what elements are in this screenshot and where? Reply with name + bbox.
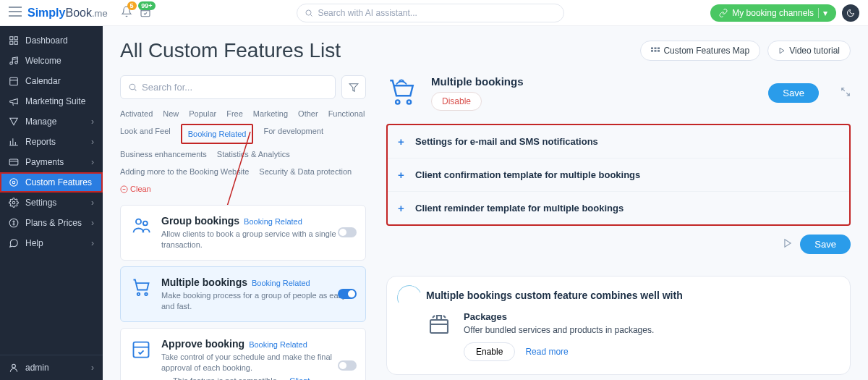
chevron-right-icon: ›	[91, 137, 94, 147]
calendar-icon	[131, 337, 153, 380]
svg-rect-8	[10, 77, 18, 85]
svg-point-11	[10, 179, 18, 187]
sidebar-item-calendar[interactable]: Calendar	[0, 71, 103, 91]
calendar-check-icon[interactable]: 99+	[140, 6, 151, 20]
feature-desc: Allow clients to book a group service wi…	[161, 229, 355, 251]
sidebar-item-marketing[interactable]: Marketing Suite	[0, 91, 103, 111]
combines-well-card: Multiple bookings custom feature combine…	[386, 276, 851, 375]
feature-tag: Booking Related	[244, 217, 302, 226]
feature-card-group-bookings[interactable]: Group bookingsBooking Related Allow clie…	[120, 205, 366, 261]
ai-search-placeholder: Search with AI assistant...	[318, 8, 417, 18]
svg-rect-30	[134, 342, 149, 357]
sidebar: Dashboard Welcome Calendar Marketing Sui…	[0, 26, 103, 380]
sidebar-item-help[interactable]: Help›	[0, 233, 103, 253]
sidebar-item-plans[interactable]: Plans & Prices›	[0, 213, 103, 233]
toggle[interactable]	[338, 227, 357, 237]
features-map-button[interactable]: Custom Features Map	[640, 41, 760, 61]
feature-desc: Make booking process for a group of peop…	[161, 290, 355, 313]
theme-toggle[interactable]	[842, 4, 859, 22]
toggle[interactable]	[338, 289, 357, 299]
svg-marker-34	[785, 239, 791, 247]
tag-security[interactable]: Security & Data protection	[259, 164, 352, 179]
tag-functional[interactable]: Functional	[328, 106, 365, 121]
settings-sections: +Settings for e-mail and SMS notificatio…	[386, 124, 851, 226]
section-reminder-template[interactable]: +Client reminder template for multiple b…	[388, 192, 849, 224]
svg-point-33	[407, 100, 411, 104]
sidebar-item-settings[interactable]: Settings›	[0, 193, 103, 213]
toggle[interactable]	[338, 360, 357, 371]
svg-rect-3	[14, 37, 17, 40]
combine-item-title: Packages	[464, 311, 654, 322]
section-confirmation-template[interactable]: +Client confirmation template for multip…	[388, 159, 849, 192]
feature-desc: Take control of your schedule and make t…	[161, 352, 355, 374]
disable-button[interactable]: Disable	[431, 92, 482, 111]
tag-stats[interactable]: Statistics & Analytics	[217, 147, 290, 161]
sidebar-admin[interactable]: admin›	[0, 355, 103, 380]
detail-title: Multiple bookings	[431, 75, 524, 88]
feature-tag: Booking Related	[249, 340, 307, 349]
sidebar-item-manage[interactable]: Manage›	[0, 111, 103, 132]
tag-adding[interactable]: Adding more to the Booking Website	[120, 164, 249, 179]
warning-link[interactable]: Client Rescheduling	[289, 376, 355, 380]
tag-booking-related[interactable]: Booking Related	[181, 124, 254, 144]
tag-marketing[interactable]: Marketing	[253, 106, 288, 121]
tag-activated[interactable]: Activated	[120, 106, 153, 121]
svg-point-22	[129, 84, 135, 90]
section-email-sms[interactable]: +Settings for e-mail and SMS notificatio…	[388, 125, 849, 159]
svg-rect-16	[655, 48, 657, 49]
sidebar-item-welcome[interactable]: Welcome	[0, 51, 103, 71]
feature-card-multiple-bookings[interactable]: Multiple bookingsBooking Related Make bo…	[120, 266, 366, 322]
booking-channels-button[interactable]: My booking channels ▾	[710, 4, 836, 22]
feature-tag: Booking Related	[252, 279, 310, 287]
menu-toggle[interactable]	[9, 7, 22, 20]
cart-icon	[131, 276, 153, 313]
read-more-link[interactable]: Read more	[525, 347, 568, 357]
notifications-icon[interactable]: 5	[121, 6, 132, 20]
tag-clean[interactable]: Clean	[120, 182, 151, 196]
svg-point-7	[15, 62, 18, 64]
ai-search-input[interactable]: Search with AI assistant...	[297, 4, 564, 22]
feature-search-input[interactable]: Search for...	[120, 75, 336, 99]
cart-icon	[386, 77, 417, 110]
svg-point-29	[145, 292, 148, 295]
svg-rect-17	[658, 48, 660, 49]
chevron-right-icon: ›	[91, 363, 94, 373]
packages-icon	[426, 311, 452, 340]
save-button-bottom[interactable]: Save	[800, 235, 851, 254]
chevron-right-icon: ›	[91, 198, 94, 208]
svg-point-12	[12, 201, 15, 204]
sidebar-item-reports[interactable]: Reports›	[0, 132, 103, 152]
svg-rect-4	[10, 41, 13, 44]
enable-button[interactable]: Enable	[464, 342, 515, 361]
filter-button[interactable]	[341, 75, 366, 99]
save-button-top[interactable]: Save	[768, 83, 819, 103]
svg-rect-19	[655, 50, 657, 51]
tag-new[interactable]: New	[163, 106, 179, 121]
feature-title: Group bookings	[161, 215, 239, 227]
plus-icon: +	[398, 135, 408, 148]
svg-rect-5	[14, 41, 17, 44]
play-icon[interactable]	[783, 238, 793, 251]
feature-card-approve-booking[interactable]: Approve bookingBooking Related Take cont…	[120, 328, 366, 380]
collapse-icon[interactable]	[841, 87, 851, 100]
svg-rect-2	[10, 37, 13, 40]
combines-title: Multiple bookings custom feature combine…	[426, 290, 833, 301]
tag-fordev[interactable]: For development	[263, 124, 323, 144]
tag-bizenh[interactable]: Business enhancements	[120, 147, 207, 161]
chevron-down-icon: ▾	[818, 8, 827, 18]
svg-point-32	[396, 100, 399, 104]
tag-lookfeel[interactable]: Look and Feel	[120, 124, 171, 144]
svg-rect-18	[651, 50, 653, 51]
tag-free[interactable]: Free	[226, 106, 243, 121]
tag-other[interactable]: Other	[298, 106, 318, 121]
sidebar-item-dashboard[interactable]: Dashboard	[0, 30, 103, 51]
combine-item-desc: Offer bundled services and products in p…	[464, 325, 654, 335]
sidebar-item-custom-features[interactable]: Custom Features	[0, 172, 103, 193]
sidebar-item-payments[interactable]: Payments›	[0, 152, 103, 172]
svg-point-27	[143, 221, 148, 226]
svg-point-14	[12, 364, 16, 368]
svg-point-6	[10, 62, 13, 65]
page-title: All Custom Features List	[120, 39, 341, 62]
tag-popular[interactable]: Popular	[189, 106, 216, 121]
video-tutorial-button[interactable]: Video tutorial	[767, 41, 851, 61]
